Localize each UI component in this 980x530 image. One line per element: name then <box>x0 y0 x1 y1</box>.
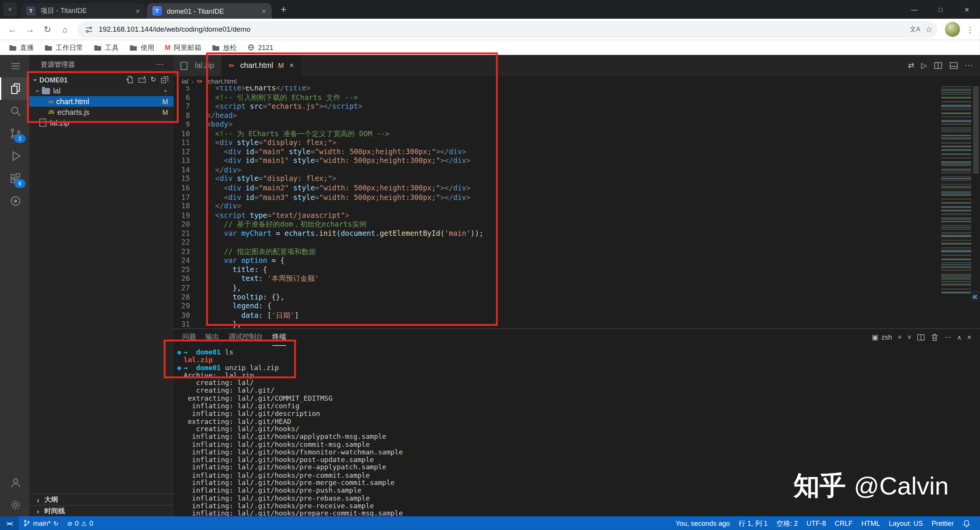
new-folder-icon[interactable] <box>138 76 146 84</box>
explorer-header: 资源管理器 ⋯ <box>29 55 174 74</box>
search-icon[interactable] <box>0 100 29 122</box>
titanide-workbench: 2 6 <box>0 55 980 530</box>
browser-tab-dome01[interactable]: T dome01 - TitanIDE × <box>147 3 272 19</box>
tab-output[interactable]: 输出 <box>206 329 219 345</box>
site-info-icon[interactable] <box>85 25 93 33</box>
terminal-line: inflating: lal/.git/description <box>183 410 980 418</box>
kill-terminal-icon[interactable] <box>931 333 939 341</box>
tree-item-lal-zip[interactable]: lal.zip <box>29 118 174 128</box>
launch-profile-icon[interactable]: ∨ <box>907 334 911 340</box>
profile-avatar[interactable] <box>945 22 960 37</box>
mail-icon: M <box>165 44 171 52</box>
translate-icon[interactable]: 文A <box>910 25 920 34</box>
settings-gear-icon[interactable] <box>0 494 29 516</box>
bookmark-folder[interactable]: 工具 <box>94 43 119 52</box>
tab-terminal[interactable]: 终端 <box>272 329 286 345</box>
forward-icon[interactable]: → <box>21 21 39 38</box>
timeline-section[interactable]: › 时间线 <box>29 505 174 516</box>
home-icon[interactable]: ⌂ <box>56 21 74 38</box>
compare-icon[interactable]: ⇄ <box>908 61 914 70</box>
titanide-favicon: T <box>26 6 36 16</box>
browser-tab-title: dome01 - TitanIDE <box>167 7 258 15</box>
split-editor-icon[interactable] <box>934 61 943 70</box>
explorer-icon[interactable] <box>0 77 29 100</box>
notifications-bell-icon[interactable] <box>958 516 975 530</box>
branch-status[interactable]: main* ↻ <box>19 516 63 530</box>
remote-explorer-icon[interactable] <box>0 190 29 212</box>
encoding-status[interactable]: UTF-8 <box>802 516 830 530</box>
new-terminal-icon[interactable]: + <box>898 333 902 341</box>
language-mode[interactable]: HTML <box>857 516 885 530</box>
editor-tab-lal-zip[interactable]: lal.zip <box>174 55 222 76</box>
git-modified-badge: M <box>278 62 284 69</box>
more-actions-icon[interactable]: ⋯ <box>156 60 164 69</box>
cursor-position[interactable]: 行 1, 列 1 <box>734 516 772 530</box>
outline-section[interactable]: › 大纲 <box>29 494 174 505</box>
tab-debug-console[interactable]: 调试控制台 <box>229 329 263 345</box>
problems-status[interactable]: ⊘ 0 ⚠ 0 <box>63 516 98 530</box>
breadcrumb-folder[interactable]: lal <box>182 77 188 85</box>
browser-menu-icon[interactable]: ⋮ <box>964 25 976 34</box>
account-icon[interactable] <box>0 471 29 494</box>
bookmark-folder[interactable]: 放松 <box>212 43 237 52</box>
command-decoration-dot[interactable] <box>177 351 181 354</box>
run-icon[interactable]: ▷ <box>921 61 927 70</box>
watermark-author: @Calvin <box>854 472 949 500</box>
bookmark-folder[interactable]: 使用 <box>129 43 154 52</box>
new-file-icon[interactable] <box>126 76 134 84</box>
browser-tab-project[interactable]: T 项目 - TitanIDE × <box>21 3 145 19</box>
eol-status[interactable]: CRLF <box>830 516 857 530</box>
address-bar[interactable]: 192.168.101.144/ide/web/coding/dome01/de… <box>77 21 938 38</box>
minimize-button[interactable]: — <box>901 0 928 19</box>
back-icon[interactable]: ← <box>4 21 21 38</box>
command-decoration-dot[interactable] <box>177 366 181 370</box>
terminal-line: extracting: lal/.git/COMMIT_EDITMSG <box>183 395 980 403</box>
indentation-status[interactable]: 空格: 2 <box>772 516 802 530</box>
tree-item-chart-html[interactable]: <> chart.html M <box>29 96 174 107</box>
remote-indicator[interactable]: >< <box>0 516 19 530</box>
breadcrumb-file[interactable]: chart.html <box>208 77 237 85</box>
tree-item-lal[interactable]: › lal ● <box>29 85 174 96</box>
new-tab-button[interactable]: + <box>275 1 292 18</box>
split-terminal-icon[interactable] <box>917 333 925 341</box>
bookmark-mail[interactable]: M 阿里邮箱 <box>165 43 201 52</box>
run-debug-icon[interactable] <box>0 145 29 168</box>
refresh-icon[interactable]: ↻ <box>150 76 156 84</box>
maximize-panel-icon[interactable]: ∧ <box>957 333 962 340</box>
browser-window: ∨ T 项目 - TitanIDE × T dome01 - TitanIDE … <box>0 0 980 530</box>
shell-selector[interactable]: ▣ zsh <box>872 333 892 341</box>
toggle-panel-icon[interactable] <box>949 61 958 70</box>
close-panel-icon[interactable]: × <box>967 333 971 341</box>
editor-tab-chart-html[interactable]: <> chart.html M × <box>222 55 301 76</box>
tree-item-echarts-js[interactable]: JS echarts.js M <box>29 107 174 118</box>
restore-sidebar-icon[interactable]: « <box>970 290 979 302</box>
chevron-down-icon: › <box>34 87 42 95</box>
more-actions-icon[interactable]: ⋯ <box>965 61 973 70</box>
more-actions-icon[interactable]: ⋯ <box>945 333 951 341</box>
extensions-icon[interactable]: 6 <box>0 167 29 190</box>
reload-icon[interactable]: ↻ <box>39 21 56 38</box>
close-window-button[interactable]: × <box>954 0 980 19</box>
maximize-button[interactable]: □ <box>927 0 954 19</box>
menu-icon[interactable] <box>0 55 29 77</box>
bookmark-folder[interactable]: 直播 <box>9 43 34 52</box>
minimap[interactable] <box>941 86 971 293</box>
tab-problems[interactable]: 问题 <box>182 329 196 345</box>
formatter-status[interactable]: Prettier <box>927 516 958 530</box>
close-tab-icon[interactable]: × <box>135 6 140 15</box>
close-tab-icon[interactable]: × <box>262 6 266 15</box>
git-branch-icon <box>23 519 31 527</box>
tab-search-button[interactable]: ∨ <box>3 3 17 16</box>
code-editor[interactable]: 5 <title>ECharts</title>6 <!-- 引入刚刚下载的 E… <box>174 86 930 329</box>
explorer-section-dome01[interactable]: › DOME01 ↻ <box>29 74 174 85</box>
bookmark-star-icon[interactable]: ☆ <box>925 25 932 34</box>
bookmark-folder[interactable]: 工作日常 <box>44 43 83 52</box>
editor-scrollbar[interactable] <box>973 86 979 174</box>
keyboard-layout[interactable]: Layout: US <box>885 516 927 530</box>
close-editor-icon[interactable]: × <box>290 61 294 70</box>
bookmark-site[interactable]: 2121 <box>248 44 274 52</box>
collapse-all-icon[interactable] <box>161 76 169 84</box>
blame-status[interactable]: You, seconds ago <box>671 516 734 530</box>
code-line: 28 tooltip: {}, <box>174 293 930 302</box>
source-control-icon[interactable]: 2 <box>0 122 29 145</box>
